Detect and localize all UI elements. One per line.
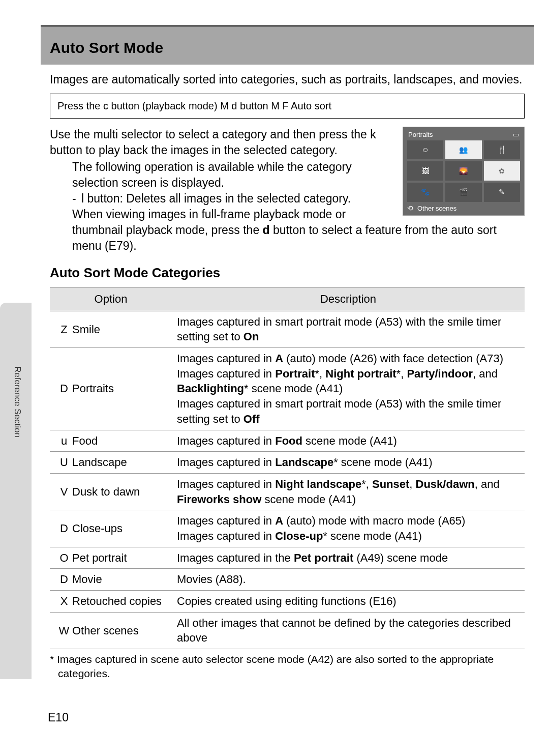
page-title: Auto Sort Mode [50,38,525,59]
row-description: Images captured in A (auto) mode with ma… [172,510,525,547]
row-icon: O [50,547,70,569]
preview-cell: 🖼 [407,161,443,181]
categories-heading: Auto Sort Mode Categories [50,264,525,282]
table-row: WOther scenesAll other images that canno… [50,612,525,649]
row-option: Retouched copies [70,591,172,613]
row-icon: W [50,612,70,649]
table-row: DPortraitsImages captured in A (auto) mo… [50,348,525,430]
row-option: Dusk to dawn [70,473,172,510]
th-description: Description [172,287,525,311]
row-icon: u [50,430,70,452]
page-number-value: 10 [55,711,69,724]
preview-cell: 🍴 [484,140,520,160]
body-bullet1a: l button: Deletes all images in the sele… [72,191,525,207]
table-row: ULandscapeImages captured in Landscape* … [50,452,525,474]
table-row: OPet portraitImages captured in the Pet … [50,547,525,569]
row-icon: D [50,510,70,547]
row-description: Copies created using editing functions (… [172,591,525,613]
row-option: Portraits [70,348,172,430]
title-bar: Auto Sort Mode [41,25,534,65]
side-section-label: Reference Section [12,366,23,438]
row-description: Images captured in the Pet portrait (A49… [172,547,525,569]
row-description: All other images that cannot be defined … [172,612,525,649]
categories-table: Option Description ZSmileImages captured… [50,287,525,649]
row-icon: X [50,591,70,613]
table-row: VDusk to dawnImages captured in Night la… [50,473,525,510]
body-bullet2-b: d [263,223,270,237]
row-option: Landscape [70,452,172,474]
th-option: Option [50,287,172,311]
row-description: Images captured in Food scene mode (A41) [172,430,525,452]
row-description: Images captured in Landscape* scene mode… [172,452,525,474]
page-content: Auto Sort Mode Images are automatically … [41,0,534,681]
table-row: DMovieMovies (A88). [50,569,525,591]
preview-cell: 👥 [445,140,481,160]
row-description: Images captured in A (auto) mode (A26) w… [172,348,525,430]
body-block: Portraits ▭ ☺👥🍴🖼🌄✿🐾🎬✎ ⟲ Other scenes Use… [50,127,525,254]
row-icon: D [50,348,70,430]
preview-cell: ☺ [407,140,443,160]
preview-cell: 🌄 [445,161,481,181]
row-description: Images captured in smart portrait mode (… [172,311,525,347]
row-option: Food [70,430,172,452]
footnote: * Images captured in scene auto selector… [50,652,525,681]
table-row: DClose-upsImages captured in A (auto) mo… [50,510,525,547]
row-option: Movie [70,569,172,591]
table-row: uFoodImages captured in Food scene mode … [50,430,525,452]
preview-cell: ✿ [484,161,520,181]
categories-tbody: ZSmileImages captured in smart portrait … [50,311,525,649]
side-tab [0,303,32,679]
preview-header: Portraits [408,130,433,139]
intro-paragraph: Images are automatically sorted into cat… [50,72,525,88]
navigation-path-box: Press the c button (playback mode) M d b… [50,94,525,119]
row-option: Smile [70,311,172,347]
row-description: Images captured in Night landscape*, Sun… [172,473,525,510]
table-row: XRetouched copiesCopies created using ed… [50,591,525,613]
row-description: Movies (A88). [172,569,525,591]
row-option: Other scenes [70,612,172,649]
row-icon: Z [50,311,70,347]
row-icon: D [50,569,70,591]
battery-icon: ▭ [513,130,519,139]
table-row: ZSmileImages captured in smart portrait … [50,311,525,347]
row-option: Close-ups [70,510,172,547]
row-icon: U [50,452,70,474]
navigation-path-text: Press the c button (playback mode) M d b… [57,100,331,111]
row-option: Pet portrait [70,547,172,569]
row-icon: V [50,473,70,510]
page-number: E10 [48,710,69,725]
page-number-prefix: E [48,711,55,724]
